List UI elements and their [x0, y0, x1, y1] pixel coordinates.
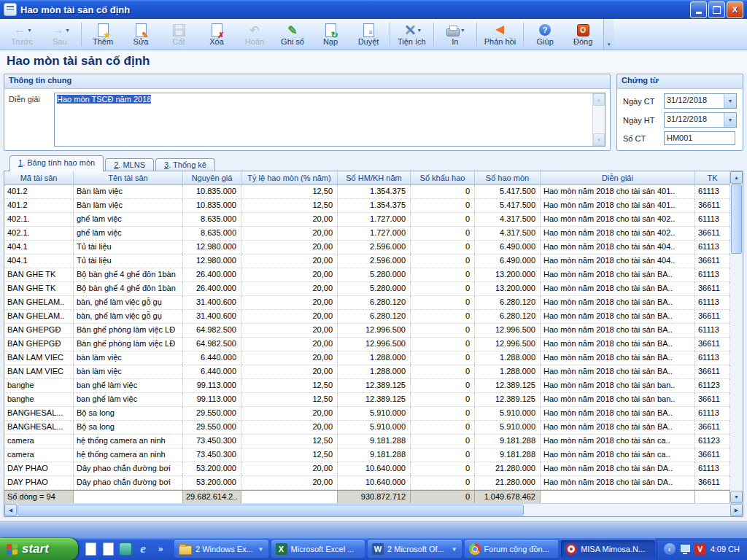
taskbar-button-2-windows-ex[interactable]: 2 Windows Ex...▼	[174, 540, 268, 558]
cell: 36611	[695, 393, 730, 406]
cell: 12,50	[241, 185, 338, 198]
toolbar-button-duyet[interactable]: ≡Duyệt	[349, 20, 387, 49]
scroll-right-icon[interactable]: ▶	[730, 504, 743, 516]
table-row[interactable]: 404.1Tủ tài liệu12.980.00020,002.596.000…	[4, 241, 730, 254]
ie-icon[interactable]: e	[136, 542, 150, 556]
cell: 0	[411, 199, 475, 212]
table-row[interactable]: BAN GHELAM..bàn, ghế làm việc gỗ gụ31.40…	[4, 310, 730, 324]
cell: 20,00	[241, 282, 338, 295]
cell: 0	[411, 310, 475, 323]
ngay-ct-combo[interactable]: 31/12/2018▼	[664, 93, 737, 109]
so-ct-field[interactable]: HM001	[664, 131, 735, 145]
cell: 1.288.000	[475, 365, 541, 378]
close-button[interactable]: X	[727, 1, 743, 18]
document-icon[interactable]	[101, 542, 115, 556]
cell: 36611	[695, 199, 730, 212]
start-button[interactable]: start	[0, 538, 78, 560]
column-header-nguyen-gia[interactable]: Nguyên giá	[183, 171, 241, 184]
minimize-button[interactable]	[690, 1, 707, 18]
hide-icons-icon[interactable]: ‹	[664, 543, 676, 555]
table-row[interactable]: bangheban ghế làm việc99.113.00012,5012.…	[4, 379, 730, 393]
table-row[interactable]: 402.1.ghế làm việc8.635.00020,001.727.00…	[4, 213, 730, 227]
taskbar-button-2-microsoft-of[interactable]: W2 Microsoft Of...▼	[368, 540, 462, 558]
column-header-so-hao-mon[interactable]: Số hao mòn	[475, 171, 541, 184]
scroll-left-icon[interactable]: ◀	[4, 504, 17, 516]
toolbar-button-in[interactable]: ▾In	[436, 20, 474, 49]
ngay-ht-combo[interactable]: 31/12/2018▼	[664, 112, 737, 128]
toolbar-separator	[433, 23, 434, 46]
restore-button[interactable]	[708, 1, 725, 18]
table-row[interactable]: 402.1.ghế làm việc8.635.00020,001.727.00…	[4, 227, 730, 241]
vertical-scrollbar[interactable]: ▲ ▼	[730, 171, 743, 503]
table-row[interactable]: BANGHESAL...Bộ sa long29.550.00020,005.9…	[4, 421, 730, 435]
table-row[interactable]: BAN LAM VIECbàn làm việc6.440.00020,001.…	[4, 365, 730, 379]
table-row[interactable]: 401.2Bàn làm việc10.835.00012,501.354.37…	[4, 185, 730, 199]
chevron-down-icon[interactable]: ▼	[724, 94, 736, 108]
tab-thong-ke[interactable]: 3. Thống kê	[155, 158, 215, 171]
cell: 36611	[695, 421, 730, 434]
table-row[interactable]: BAN GHE TKBộ bàn ghế 4 ghế đôn 1bàn26.40…	[4, 282, 730, 296]
overflow-chevron-icon[interactable]: »	[154, 542, 167, 556]
toolbar-button-them[interactable]: ★Thêm	[84, 20, 122, 49]
toolbar-button-tien-ich[interactable]: ▾Tiện ích	[392, 20, 431, 49]
table-row[interactable]: DAY PHAODây phao chắn đường bơi53.200.00…	[4, 462, 730, 476]
toolbar-button-dong[interactable]: OĐóng	[564, 20, 602, 49]
toolbar-button-xoa[interactable]: ✗Xóa	[198, 20, 236, 49]
cell: 2.596.000	[338, 254, 411, 268]
cell: 64.982.500	[183, 324, 241, 337]
scroll-up-icon[interactable]: ▲	[730, 171, 743, 184]
chevron-down-icon[interactable]: ▼	[724, 113, 736, 127]
dien-giai-textarea[interactable]: Hao mòn TSCĐ năm 2018 ▲ ▼	[54, 93, 605, 147]
table-row[interactable]: BAN GHELAM..bàn, ghế làm việc gỗ gụ31.40…	[4, 296, 730, 310]
table-row[interactable]: DAY PHAODây phao chắn đường bơi53.200.00…	[4, 476, 730, 490]
table-row[interactable]: bangheban ghế làm việc99.113.00012,5012.…	[4, 393, 730, 407]
cell: 61113	[695, 351, 730, 365]
taskbar-button-label: Microsoft Excel ...	[291, 545, 355, 553]
cell: 26.400.000	[183, 268, 241, 281]
network-icon[interactable]	[679, 543, 691, 555]
toolbar-button-label: Cất	[172, 37, 185, 46]
taskbar-button-forum-cong-don[interactable]: Forum cộng đồn...	[465, 540, 559, 558]
table-row[interactable]: BANGHESAL...Bộ sa long29.550.00020,005.9…	[4, 407, 730, 421]
column-header-tk[interactable]: TK	[695, 171, 730, 184]
column-header-ty-le-hao-mon-nam[interactable]: Tỷ lệ hao mòn (% năm)	[241, 171, 338, 184]
column-header-ma-tai-san[interactable]: Mã tài sản	[4, 171, 74, 184]
column-header-so-khau-hao[interactable]: Số khấu hao	[411, 171, 475, 184]
antivirus-icon[interactable]: V	[694, 543, 706, 555]
toolbar-button-ghi-so[interactable]: ✎Ghi sổ	[274, 20, 311, 49]
cell: Hao mòn năm 2018 cho tài sản BA..	[541, 324, 695, 337]
table-row[interactable]: 404.1Tủ tài liệu12.980.00020,002.596.000…	[4, 254, 730, 268]
taskbar-button-microsoft-excel[interactable]: XMicrosoft Excel ...	[271, 540, 365, 558]
toolbar-button-giup[interactable]: ?Giúp	[526, 20, 564, 49]
table-row[interactable]: BAN GHEPGĐBàn ghế phòng làm việc LĐ64.98…	[4, 324, 730, 338]
ngay-ht-label: Ngày HT	[623, 116, 664, 125]
toolbar-overflow-button[interactable]: ▾	[603, 19, 614, 50]
cell: Hao mòn năm 2018 cho tài sản ca..	[541, 448, 695, 462]
toolbar-button-nap[interactable]: ↻Nạp	[311, 20, 349, 49]
column-header-dien-giai[interactable]: Diễn giải	[541, 171, 695, 184]
table-row[interactable]: camerahệ thống camera an ninh73.450.3001…	[4, 448, 730, 462]
tools-icon	[403, 23, 417, 37]
table-row[interactable]: BAN LAM VIECbàn làm việc6.440.00020,001.…	[4, 351, 730, 365]
dropdown-caret-icon: ▾	[418, 27, 421, 34]
column-header-so-hm-kh-nam[interactable]: Số HM/KH năm	[338, 171, 411, 184]
tab-mlns[interactable]: 2. MLNS	[105, 158, 154, 171]
toolbar-separator	[523, 23, 524, 46]
table-row[interactable]: BAN GHE TKBộ bàn ghế 4 ghế đôn 1bàn26.40…	[4, 268, 730, 282]
app-icon[interactable]	[119, 542, 132, 556]
horizontal-scrollbar[interactable]: ◀ ▶	[4, 503, 743, 516]
horizontal-scroll-thumb[interactable]	[18, 505, 524, 516]
tab-bang-tinh-hao-mon[interactable]: 1. Bảng tính hao mòn	[9, 155, 104, 171]
cell: banghe	[4, 393, 74, 406]
table-row[interactable]: camerahệ thống camera an ninh73.450.3001…	[4, 435, 730, 448]
vertical-scroll-thumb[interactable]	[731, 184, 742, 254]
table-row[interactable]: 401.2Bàn làm việc10.835.00012,501.354.37…	[4, 199, 730, 213]
document-icon[interactable]	[84, 542, 97, 556]
scroll-down-icon[interactable]: ▼	[730, 491, 743, 503]
column-header-ten-tai-san[interactable]: Tên tài sản	[74, 171, 183, 184]
toolbar-button-sua[interactable]: ✎Sửa	[122, 20, 160, 49]
cell: 61113	[695, 296, 730, 309]
taskbar-button-misa-mimosa-n[interactable]: MISA Mimosa.N...	[561, 540, 655, 558]
table-row[interactable]: BAN GHEPGĐBàn ghế phòng làm việc LĐ64.98…	[4, 338, 730, 351]
toolbar-button-phan-hoi[interactable]: Phản hồi	[479, 20, 521, 49]
